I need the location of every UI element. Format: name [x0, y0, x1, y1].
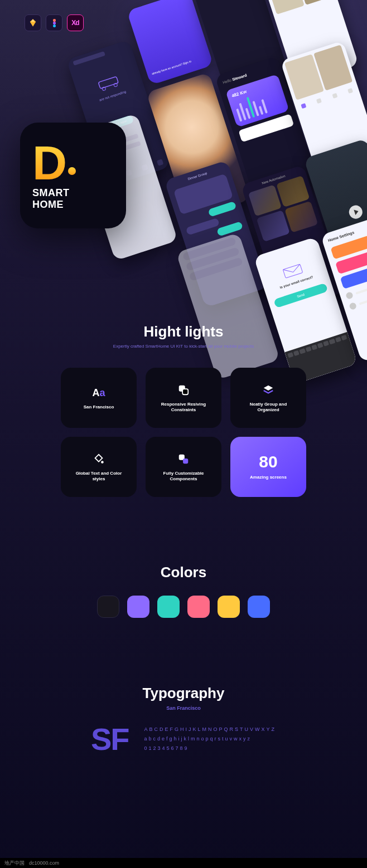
dot-icon: [68, 167, 76, 175]
alphabet-digits: 0123456789: [144, 744, 277, 753]
colors-title: Colors: [33, 564, 334, 581]
hero-subtitle: SMART HOME: [32, 187, 114, 210]
svg-point-6: [101, 461, 104, 464]
alphabet-lower: abcdefghijklmnopqrstuvwxyz: [144, 734, 277, 744]
swatch-dark: [97, 596, 119, 618]
stack-icon: [261, 383, 276, 397]
svg-rect-5: [182, 389, 188, 394]
hero-letter: D: [32, 144, 114, 182]
hero-logo-card: D SMART HOME: [20, 123, 126, 228]
feature-screens-count: 80 Amazing screens: [230, 437, 306, 497]
components-icon: [176, 452, 191, 466]
typography-title: Typography: [33, 685, 334, 702]
responsive-icon: [176, 383, 191, 397]
swatches-row: [33, 596, 334, 618]
highlights-section: Hight lights Expertly crafted SmartHome …: [0, 323, 367, 497]
highlights-subtitle: Expertly crafted SmartHome UI KIT to kic…: [33, 344, 334, 349]
feature-components: Fully Customizable Components: [146, 437, 221, 497]
swatch-purple: [127, 596, 149, 618]
colors-section: Colors: [0, 564, 367, 618]
alphabet-upper: ABCDEFGHIJKLMNOPQRSTUVWXYZ: [144, 725, 277, 734]
feature-font: Aa San Francisco: [61, 368, 137, 428]
figma-icon: [46, 14, 62, 31]
sketch-icon: [25, 14, 41, 31]
feature-organized: Neatly Group and Organized: [230, 368, 306, 428]
svg-rect-8: [183, 459, 188, 464]
typography-section: Typography San Francisco SF ABCDEFGHIJKL…: [0, 685, 367, 779]
alphabet-block: ABCDEFGHIJKLMNOPQRSTUVWXYZ abcdefghijklm…: [144, 725, 277, 753]
paint-icon: [91, 452, 106, 466]
feature-grid: Aa San Francisco Responsive Resiving Con…: [61, 368, 306, 497]
swatch-yellow: [218, 596, 240, 618]
adobe-xd-icon: Xd: [67, 14, 84, 31]
footer-watermark: 地产中国 dc10000.com: [0, 858, 367, 868]
swatch-pink: [187, 596, 210, 618]
font-icon: Aa: [91, 386, 106, 400]
highlights-title: Hight lights: [33, 323, 334, 340]
swatch-teal: [157, 596, 180, 618]
screens-number: 80: [259, 453, 277, 470]
tool-badges-row: Xd: [25, 14, 84, 31]
swatch-blue: [248, 596, 270, 618]
svg-rect-3: [283, 264, 302, 278]
feature-global-styles: Global Text and Color styles: [61, 437, 137, 497]
typography-subtitle: San Francisco: [33, 705, 334, 711]
typography-specimen: SF: [91, 721, 129, 757]
feature-responsive: Responsive Resiving Constraints: [146, 368, 221, 428]
